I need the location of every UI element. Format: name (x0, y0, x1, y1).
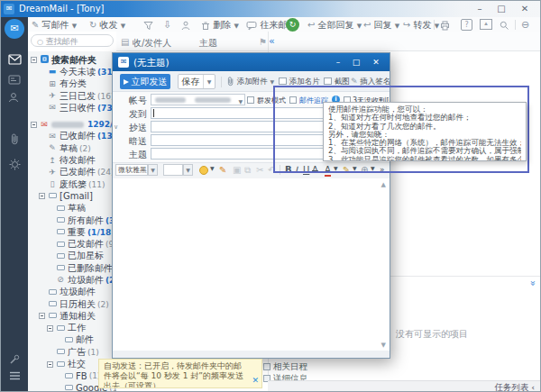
tree-expander[interactable] (47, 325, 53, 332)
folder-tree: 搜索邮件夹 今天未读 (31/31) 有分类 (28, 51, 116, 392)
image-button[interactable]: ▴ (480, 19, 492, 30)
reply-all-button[interactable]: ↩ 全部回复 ▼ (307, 19, 362, 31)
tree-item[interactable]: 草稿 (28, 203, 116, 214)
online-status-button[interactable]: ↻ (286, 18, 299, 32)
tree-item[interactable]: 所有邮件 (32/296) (28, 214, 116, 226)
mass-mode-checkbox[interactable] (247, 96, 254, 104)
search-input[interactable]: ○ 查找邮件 (31, 34, 114, 47)
tree-item[interactable]: 已发邮件 (24) (28, 167, 116, 178)
tree-item[interactable]: 1292/1451 (28, 118, 116, 130)
folder-icon (47, 103, 58, 113)
tree-item[interactable]: 垃圾邮件 (215/377) (28, 274, 116, 286)
rail-card-icon[interactable] (1, 73, 28, 85)
message-body-editor[interactable] (113, 178, 390, 351)
save-label: 保存 (179, 75, 204, 88)
maximize-button[interactable]: □ (491, 3, 511, 15)
collapse-cc-icon[interactable]: ∨ (114, 123, 118, 131)
tree-item[interactable]: 废纸篓 (11) (28, 178, 116, 190)
column-subject[interactable]: 主题 (199, 37, 217, 50)
tree-item[interactable]: 邮件 (28, 334, 116, 346)
compose-maximize-button[interactable]: □ (348, 56, 364, 68)
tree-item[interactable]: [Gmail] (28, 190, 116, 202)
tree-item[interactable]: 日历相关 (2) (28, 298, 116, 310)
zoom-button[interactable] (500, 19, 509, 31)
send-receive-button[interactable]: ↻ 收发 ▼ (89, 19, 125, 31)
tree-item[interactable]: 已删除邮件 (68/159) (28, 262, 116, 274)
minus-circle-button[interactable]: ⊖ (521, 19, 529, 31)
save-draft-button[interactable]: 保存 ▼ (178, 74, 215, 89)
folder-icon (47, 287, 58, 297)
delete-button[interactable]: 删除 ▼ (201, 19, 239, 31)
add-attachment-button[interactable]: 添加附件 ▼ (226, 77, 274, 87)
tree-item[interactable]: 有分类 (28, 78, 116, 90)
tree-item[interactable]: 待发邮件 (28, 154, 116, 166)
scroll-down-icon[interactable]: ▼ (381, 342, 386, 349)
tree-expander[interactable] (31, 122, 37, 128)
compose-minimize-button[interactable]: – (330, 56, 346, 68)
folder-icon (47, 179, 58, 189)
cut-icon[interactable]: ✂ (256, 165, 263, 175)
minimize-button[interactable]: – (470, 3, 490, 15)
pane-collapse-icon[interactable]: « (527, 280, 537, 286)
tree-item[interactable]: 三日已发 (16) (28, 90, 116, 102)
column-from[interactable]: 收/发件人 (133, 37, 171, 50)
help-button[interactable]: ? (461, 19, 472, 31)
filter-button[interactable] (143, 19, 153, 31)
flag-icon[interactable]: ⚑ (259, 37, 267, 47)
rail-contacts-icon[interactable] (1, 91, 28, 103)
compose-close-button[interactable]: ✕ (368, 56, 384, 68)
tree-item[interactable]: 草稿 (2) (28, 142, 116, 154)
font-family-select[interactable]: 微软雅黑 (115, 164, 148, 176)
emoji-button[interactable] (199, 166, 208, 175)
contact-check-button[interactable] (181, 19, 191, 31)
tree-expander[interactable] (47, 361, 53, 368)
list-grid-icon[interactable]: ▤ (121, 37, 129, 47)
collapse-pane-icon[interactable]: « (269, 35, 275, 47)
fetch-button[interactable]: ⇩ (163, 19, 171, 31)
format-painter-icon[interactable]: ✎ (219, 165, 226, 175)
rail-mail-icon[interactable] (1, 53, 28, 65)
tree-item[interactable]: 垃圾邮件 (28, 287, 116, 298)
print-button[interactable] (440, 19, 450, 31)
search-placeholder: 查找邮件 (46, 37, 78, 46)
folder-label: 邮件 (76, 334, 94, 346)
account-select[interactable]: ▼ (151, 94, 245, 105)
tree-item[interactable]: 三日收件 (73/106) (28, 102, 116, 114)
font-size-caret[interactable]: ▼ (183, 164, 193, 176)
folder-label: 三日收件 (60, 102, 96, 114)
tree-expander[interactable] (39, 313, 45, 319)
rail-menu-icon[interactable] (1, 369, 28, 381)
rail-attachment-icon[interactable] (1, 132, 28, 145)
close-button[interactable]: ✕ (515, 3, 535, 15)
copy-icon[interactable]: ⧉ (244, 165, 251, 176)
font-family-caret[interactable]: ▼ (148, 164, 158, 176)
tree-item[interactable]: 通知相关 (28, 310, 116, 322)
task-list-toggle[interactable]: 任务列表 ‹ (494, 382, 535, 392)
chevron-down-icon[interactable]: ▼ (210, 165, 215, 171)
tree-item[interactable]: 广告 (1) (28, 346, 116, 358)
message-list-header (116, 32, 541, 51)
rail-tools-icon[interactable] (1, 353, 28, 365)
scroll-up-icon[interactable]: ▲ (381, 181, 386, 188)
tree-item[interactable]: 今天未读 (31/31) (28, 66, 116, 77)
window-title: DreamMail - [Tony] (19, 1, 104, 17)
send-now-button[interactable]: 立即发送 (120, 74, 170, 89)
tree-item[interactable]: 已收邮件 (13/705) (28, 131, 116, 142)
tree-item[interactable]: 已加星标 (28, 251, 116, 262)
screenshot-label: 截图 (335, 77, 350, 86)
compose-mail-button[interactable]: ✎ 写邮件 ▼ (32, 19, 77, 31)
related-schedule-tab[interactable]: 相关日程 (263, 361, 307, 372)
font-size-select[interactable] (163, 164, 183, 176)
tree-expander[interactable] (31, 57, 37, 63)
folder-icon (55, 215, 66, 225)
paste-icon[interactable]: ▣ (233, 165, 241, 175)
tree-expander[interactable] (39, 193, 45, 199)
tree-item[interactable]: 已发邮件 (93) (28, 238, 116, 250)
tree-item[interactable]: 工作 (28, 323, 116, 334)
reply-button[interactable]: ↩ 回复 ▼ (363, 19, 399, 31)
tree-item[interactable]: 搜索邮件夹 (28, 54, 116, 66)
rail-settings-icon[interactable] (1, 158, 28, 170)
close-notice-icon[interactable]: ✕ (252, 376, 259, 386)
account-avatar[interactable]: ✉ (5, 19, 24, 39)
tree-item[interactable]: 重要 (1/18) (28, 226, 116, 238)
